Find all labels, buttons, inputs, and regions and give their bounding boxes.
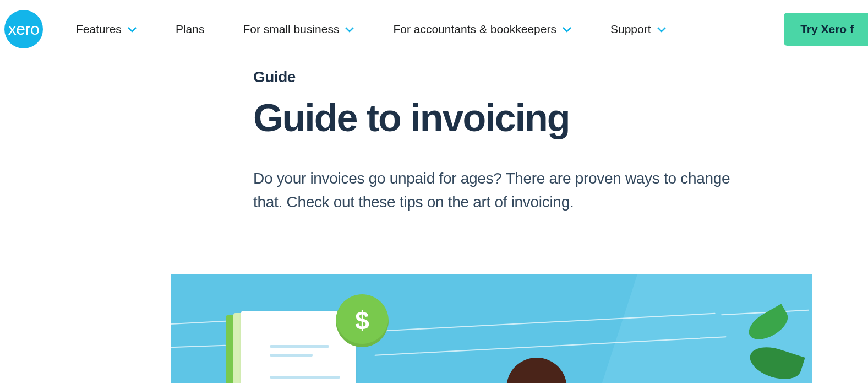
top-nav: xero Features Plans For small business F… <box>0 0 868 58</box>
decorative-line <box>374 337 726 356</box>
invoice-text-line <box>270 376 340 379</box>
cta-label: Try Xero f <box>800 23 854 35</box>
nav-plans[interactable]: Plans <box>176 23 205 36</box>
hero-illustration-wrap: $ <box>0 274 868 383</box>
chevron-down-icon <box>657 26 667 33</box>
dollar-sign-icon: $ <box>355 306 369 336</box>
page-title: Guide to invoicing <box>253 98 835 139</box>
invoice-text-line <box>270 354 313 357</box>
nav-small-business[interactable]: For small business <box>243 23 354 36</box>
nav-item-label: Support <box>610 23 651 36</box>
decorative-line <box>374 313 715 332</box>
nav-features[interactable]: Features <box>76 23 137 36</box>
leaf-icon <box>744 304 793 346</box>
nav-accountants[interactable]: For accountants & bookkeepers <box>393 23 572 36</box>
nav-support[interactable]: Support <box>610 23 667 36</box>
nav-item-label: Features <box>76 23 122 36</box>
person-head-icon <box>506 358 567 383</box>
nav-items: Features Plans For small business For ac… <box>76 23 667 36</box>
chevron-down-icon <box>127 26 137 33</box>
brand-logo-text: xero <box>8 20 39 39</box>
eyebrow: Guide <box>253 68 835 86</box>
hero-illustration: $ <box>171 274 812 383</box>
decorative-line <box>171 345 226 349</box>
article-header: Guide Guide to invoicing Do your invoice… <box>0 58 868 214</box>
leaf-icon <box>746 342 805 383</box>
nav-item-label: For small business <box>243 23 339 36</box>
try-xero-button[interactable]: Try Xero f <box>784 13 868 46</box>
nav-item-label: For accountants & bookkeepers <box>393 23 556 36</box>
dollar-coin-icon: $ <box>336 294 389 347</box>
nav-item-label: Plans <box>176 23 205 36</box>
invoice-text-line <box>270 345 329 348</box>
chevron-down-icon <box>345 26 354 33</box>
page-lede: Do your invoices go unpaid for ages? The… <box>253 166 738 214</box>
chevron-down-icon <box>562 26 572 33</box>
brand-logo[interactable]: xero <box>4 10 43 48</box>
